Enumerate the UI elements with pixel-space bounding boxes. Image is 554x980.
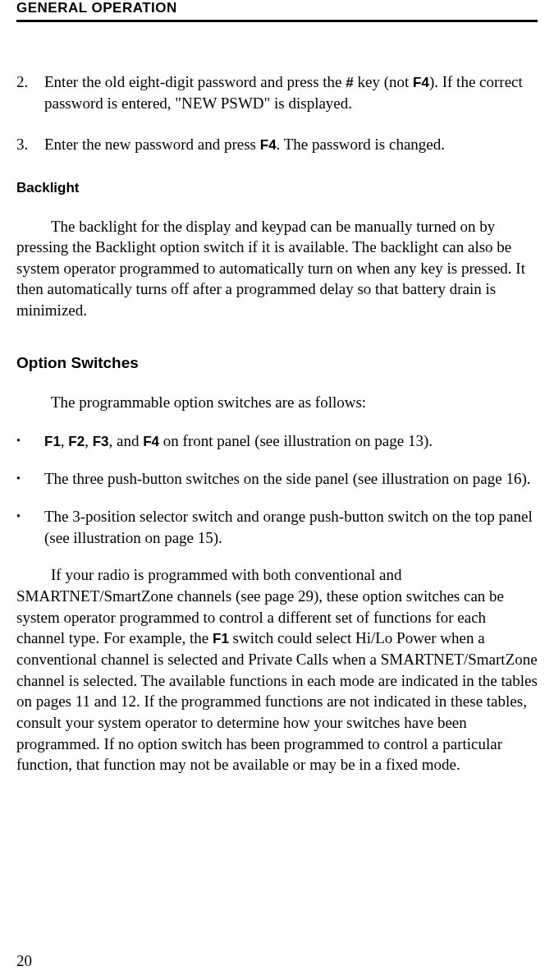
bullet-1: • F1, F2, F3, and F4 on front panel (see…: [16, 430, 538, 452]
step-3: 3. Enter the new password and press F4. …: [16, 134, 538, 155]
backlight-paragraph: The backlight for the display and keypad…: [16, 216, 538, 321]
f2-key: F2: [68, 434, 85, 449]
final-paragraph: If your radio is programmed with both co…: [16, 564, 538, 775]
option-intro-text: The programmable option switches are as …: [51, 393, 366, 411]
f4-key: F4: [143, 434, 159, 449]
f3-key: F3: [93, 434, 109, 449]
f1-key: F1: [213, 631, 229, 646]
sep: ,: [85, 432, 93, 449]
bullet-1-rest: on front panel (see illustration on page…: [159, 432, 433, 449]
bullet-icon: •: [16, 506, 44, 548]
step-3-number: 3.: [16, 134, 44, 155]
bullet-3: • The 3-position selector switch and ora…: [16, 506, 538, 548]
hash-key: #: [346, 75, 353, 90]
step-3-text-a: Enter the new password and press: [44, 136, 260, 153]
backlight-heading: Backlight: [16, 180, 538, 196]
step-3-content: Enter the new password and press F4. The…: [44, 134, 538, 155]
bullet-3-content: The 3-position selector switch and orang…: [44, 506, 538, 548]
page-header: GENERAL OPERATION: [16, 0, 538, 22]
bullet-2-content: The three push-button switches on the si…: [44, 468, 538, 490]
bullet-1-content: F1, F2, F3, and F4 on front panel (see i…: [44, 430, 538, 452]
bullet-icon: •: [16, 430, 44, 452]
step-2: 2. Enter the old eight-digit password an…: [16, 71, 538, 114]
page-number: 20: [16, 952, 32, 970]
f1-key: F1: [44, 434, 61, 449]
sep: ,: [61, 432, 69, 449]
bullet-icon: •: [16, 468, 44, 490]
option-intro: The programmable option switches are as …: [16, 392, 538, 413]
step-2-content: Enter the old eight-digit password and p…: [44, 71, 538, 114]
step-2-text-b: key (not: [354, 73, 413, 90]
step-2-number: 2.: [16, 71, 44, 114]
option-switches-heading: Option Switches: [16, 354, 538, 372]
f4-key: F4: [260, 137, 277, 153]
step-2-text-a: Enter the old eight-digit password and p…: [44, 73, 346, 90]
backlight-text: The backlight for the display and keypad…: [16, 218, 525, 320]
step-3-text-b: . The password is changed.: [277, 136, 445, 153]
final-text-b: switch could select Hi/Lo Power when a c…: [16, 629, 538, 773]
sep: , and: [109, 432, 144, 449]
f4-key: F4: [413, 75, 429, 90]
bullet-2: • The three push-button switches on the …: [16, 468, 538, 490]
